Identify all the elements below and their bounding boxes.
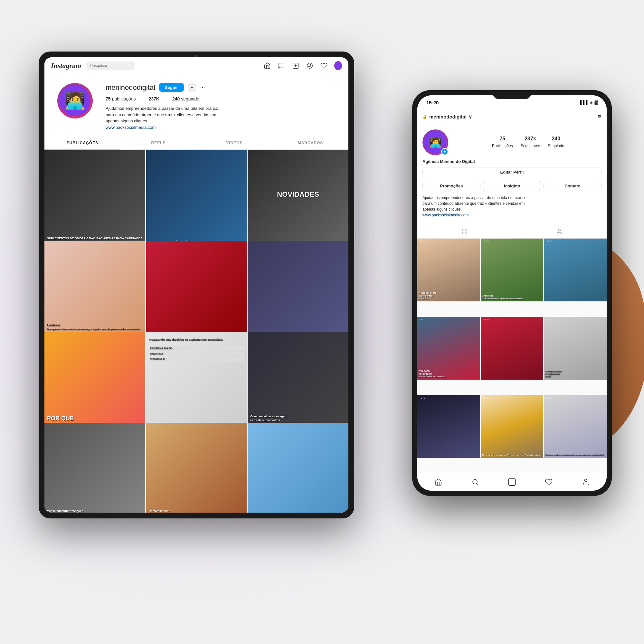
list-item[interactable]: ♡9♡0	[417, 395, 480, 458]
tab-videos[interactable]: VÍDEOS	[196, 137, 272, 149]
battery-icon: ▓	[595, 100, 598, 105]
edit-profile-button[interactable]: Editar Perfil	[422, 167, 601, 177]
tablet-screen: Instagram	[44, 57, 348, 513]
phone-followers-stat: 237k Seguidores	[521, 136, 540, 149]
signal-icon: ▐▐▐	[579, 100, 588, 105]
svg-point-15	[584, 479, 587, 482]
phone-stats: 75 Publicações 237k Seguidores 240 Segui…	[455, 136, 601, 149]
phone-status-icons: ▐▐▐ ◈ ▓	[579, 100, 598, 105]
svg-rect-5	[462, 229, 464, 231]
publications-count: 75	[492, 136, 513, 142]
phone-bio: Ajudamos empreendedores a passar de uma …	[422, 195, 601, 218]
list-item[interactable]: ♡9♡0	[481, 317, 544, 380]
table-row[interactable]: NOVIDADES	[248, 150, 348, 251]
table-row[interactable]: Os suplementos essenciaisna legenda	[248, 241, 348, 342]
svg-point-9	[558, 229, 561, 232]
chevron-down-icon: ∨	[469, 114, 472, 120]
list-item[interactable]: ♡9♡0 Quais os melhores suplementos para …	[544, 395, 607, 458]
phone-avatar-add[interactable]: +	[441, 148, 448, 155]
phone-nav-search[interactable]	[469, 476, 482, 488]
phone-nav-heart[interactable]	[542, 476, 555, 488]
tablet-follow-button[interactable]: Seguir	[159, 83, 184, 92]
add-icon[interactable]	[292, 62, 299, 70]
phone-bio-link[interactable]: www.packsocialmedia.com	[422, 213, 469, 217]
phone-display-name: Agência Menino do Digital	[422, 159, 601, 164]
followers-count: 237k	[521, 136, 540, 142]
phone-topbar: 🔒 meninododigital ∨ ≡	[417, 109, 607, 124]
phone-nav-add[interactable]	[506, 476, 518, 488]
tablet-camera	[195, 55, 198, 57]
phone-post-label: Check-list5 sinais de que você precisa d…	[482, 295, 542, 300]
list-item[interactable]: ♡9♡0 Como escolhero suplementocerto	[544, 317, 607, 380]
post-label: Posso substituir refeiçõespor shakes de …	[47, 509, 143, 513]
table-row[interactable]: Como escolherentre suplementoslíquidos e…	[146, 423, 247, 513]
publications-label: Publicações	[492, 144, 513, 148]
tablet-followers-stat: 237K	[148, 96, 159, 101]
tablet-bio-link[interactable]: www.packsocialmedia.com	[106, 125, 156, 130]
table-row[interactable]: Como a escolha do tipo de proteínapode i…	[146, 241, 247, 342]
phone-nav-home[interactable]	[432, 476, 445, 488]
heart-icon[interactable]	[320, 62, 328, 70]
svg-point-10	[473, 479, 477, 484]
tablet-avatar: 🧑‍💻	[57, 83, 93, 118]
following-count: 240	[548, 136, 564, 142]
messages-icon[interactable]	[278, 62, 285, 70]
tab-publicacoes[interactable]: PUBLICAÇÕES	[44, 137, 120, 149]
avatar-inner: 🧑‍💻	[60, 85, 90, 116]
profile-icon[interactable]	[334, 62, 342, 70]
tab-reels[interactable]: REELS	[120, 137, 196, 149]
tablet-more-button[interactable]: ···	[200, 84, 205, 91]
tablet-topbar: Instagram	[44, 57, 348, 74]
hamburger-icon[interactable]: ≡	[598, 113, 601, 120]
post-label: NOVIDADES	[274, 190, 322, 199]
post-likes: ♡9♡0	[545, 240, 552, 243]
phone-nav-profile[interactable]	[579, 476, 592, 488]
phone-bottom-nav	[417, 473, 607, 491]
tablet-device: Instagram	[39, 52, 354, 518]
post-label: Preparando sua checklist de suplementos …	[149, 338, 244, 362]
svg-marker-4	[308, 64, 311, 67]
phone-secondary-buttons: Promoções Insights Contato	[422, 181, 601, 191]
following-label: Seguindo	[548, 144, 564, 148]
svg-rect-6	[465, 229, 467, 231]
table-row[interactable]: POR QUEa vitamina D é crucialpara os atl…	[44, 332, 145, 432]
promos-button[interactable]: Promoções	[422, 181, 480, 191]
insights-button[interactable]: Insights	[483, 181, 541, 191]
post-likes: ♡9♡0	[482, 397, 489, 399]
table-row[interactable]: Preparando sua checklist de suplementos …	[146, 332, 247, 432]
list-item[interactable]: ♡9♡0 Checklist de antioxidantes: Proteja…	[481, 395, 544, 458]
post-likes: ♡9♡0	[545, 397, 552, 399]
post-label: Como escolherentre suplementoslíquidos e…	[149, 509, 244, 513]
tablet-search-input[interactable]	[86, 62, 135, 70]
table-row[interactable]: Dos stories por feed	[248, 423, 348, 513]
post-likes: ♡9♡0	[482, 318, 489, 321]
list-item[interactable]: ♡9♡0 A verdade sobresuplementosveganos	[417, 239, 480, 301]
tab-marcados[interactable]: MARCADOS	[272, 137, 348, 149]
table-row[interactable]: SUPLEMENTOS PRÉ OU PÓS-TREINO:qual é a d…	[146, 150, 247, 251]
table-row[interactable]: Posso substituir refeiçõespor shakes de …	[44, 423, 145, 513]
tablet-profile-info: meninododigital Seguir ▾ ··· 75 publicaç…	[106, 83, 336, 130]
tablet-username: meninododigital	[106, 83, 155, 92]
svg-rect-8	[462, 232, 464, 234]
phone-action-buttons: Editar Perfil	[422, 167, 601, 177]
contact-button[interactable]: Contato	[544, 181, 601, 191]
phone-profile-top: 🧑‍💻 + 75 Publicações 237k Seguidores	[422, 129, 601, 155]
list-item[interactable]: ♡9♡0 QUAIS OSBENEFÍCIOSpara iniciantes n…	[417, 317, 480, 380]
post-likes: ♡9♡0	[482, 240, 489, 243]
table-row[interactable]: SUPLEMENTOS DE ÔMEGA-3 NÃO SÃO APENAS PA…	[44, 150, 145, 251]
tablet-stats: 75 publicações 237K 240 seguindo	[106, 96, 336, 101]
post-likes: ♡9♡0	[545, 318, 552, 321]
instagram-logo: Instagram	[51, 62, 81, 70]
home-icon[interactable]	[263, 62, 271, 70]
phone-tab-grid[interactable]	[417, 225, 512, 238]
phone-post-grid: ♡9♡0 A verdade sobresuplementosveganos ♡…	[417, 239, 607, 473]
explore-icon[interactable]	[306, 62, 314, 70]
list-item[interactable]: ♡9♡0	[544, 239, 607, 301]
phone-avatar: 🧑‍💻 +	[422, 129, 448, 155]
table-row[interactable]: LembreteO progresso é impossível sem mud…	[44, 241, 145, 342]
list-item[interactable]: ♡9♡0 Check-list5 sinais de que você prec…	[481, 239, 544, 301]
tablet-dropdown-button[interactable]: ▾	[188, 83, 196, 92]
table-row[interactable]: Como escolher a dosagemcerta de suplemen…	[248, 332, 348, 432]
phone-tab-tagged[interactable]	[512, 225, 607, 238]
phone-post-label: Como escolhero suplementocerto	[545, 370, 605, 378]
